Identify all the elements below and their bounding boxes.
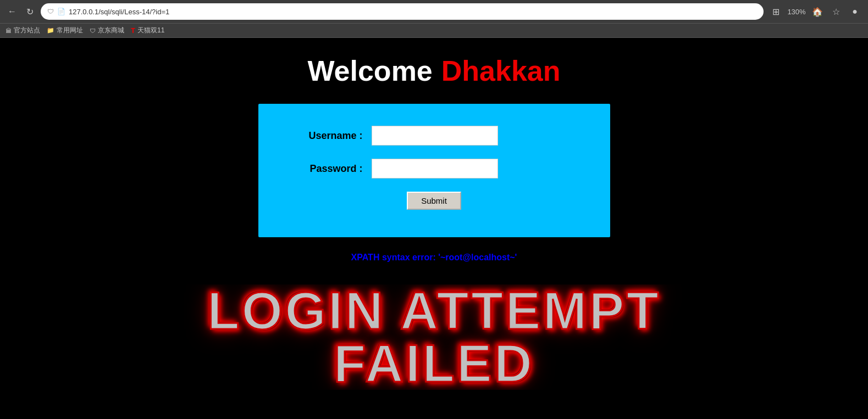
account-icon[interactable]: ●: [847, 4, 863, 19]
username-row: Username :: [291, 126, 577, 146]
password-label: Password :: [291, 163, 363, 175]
bookmark-jd-icon: 🛡: [90, 27, 96, 34]
bookmark-common-urls[interactable]: 📁 常用网址: [47, 26, 83, 35]
browser-toolbar: ← ↻ 🛡 📄 127.0.0.1/sql/sqli/Less-14/?id=1…: [0, 0, 868, 23]
bookmark-jd[interactable]: 🛡 京东商城: [90, 26, 124, 35]
address-bar[interactable]: 🛡 📄 127.0.0.1/sql/sqli/Less-14/?id=1: [41, 3, 764, 20]
welcome-text: Welcome: [307, 54, 432, 87]
username-label: Username :: [291, 130, 363, 142]
toolbar-right: ⊞ 130% 🏠 ☆ ●: [768, 4, 863, 19]
password-row: Password :: [291, 159, 577, 178]
bookmark-official-label: 官方站点: [14, 26, 40, 35]
bookmark-official-icon: 🏛: [5, 27, 12, 34]
submit-button[interactable]: Submit: [407, 192, 461, 210]
zoom-level: 130%: [787, 8, 806, 16]
username-input[interactable]: [372, 126, 498, 146]
login-box: Username : Password : Submit: [258, 104, 610, 237]
bookmark-tmall-label: 天猫双11: [137, 26, 164, 35]
bookmark-star-icon[interactable]: ☆: [828, 4, 844, 19]
reload-button[interactable]: ↻: [23, 5, 36, 18]
bookmark-official-site[interactable]: 🏛 官方站点: [5, 26, 40, 35]
bookmark-jd-label: 京东商城: [98, 26, 124, 35]
bookmark-common-icon: 📁: [47, 27, 54, 34]
url-text: 127.0.0.1/sql/sqli/Less-14/?id=1: [69, 8, 757, 16]
back-button[interactable]: ←: [5, 5, 19, 18]
qr-icon[interactable]: ⊞: [768, 4, 783, 19]
bookmark-tmall-icon: T: [131, 26, 135, 35]
banner-section: LOGIN ATTEMPT FAILED: [0, 284, 868, 390]
page-content: Welcome Dhakkan Username : Password : Su…: [0, 38, 868, 400]
browser-chrome: ← ↻ 🛡 📄 127.0.0.1/sql/sqli/Less-14/?id=1…: [0, 0, 868, 38]
error-message: XPATH syntax error: '~root@localhost~': [351, 253, 517, 262]
bookmark-tmall[interactable]: T 天猫双11: [131, 26, 164, 35]
shield-icon: 🛡: [47, 8, 54, 15]
password-input[interactable]: [372, 159, 498, 178]
bookmark-common-label: 常用网址: [57, 26, 83, 35]
home-icon[interactable]: 🏠: [810, 4, 825, 19]
brand-text: Dhakkan: [441, 54, 561, 87]
banner-line2: FAILED: [0, 337, 868, 390]
bookmarks-bar: 🏛 官方站点 📁 常用网址 🛡 京东商城 T 天猫双11: [0, 23, 868, 37]
welcome-heading: Welcome Dhakkan: [307, 54, 560, 87]
banner-line1: LOGIN ATTEMPT: [0, 284, 868, 337]
page-icon: 📄: [57, 8, 65, 15]
submit-row: Submit: [291, 192, 577, 210]
